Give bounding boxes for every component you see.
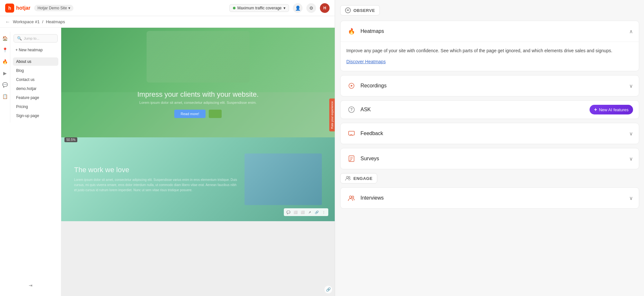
breadcrumb-sep: / — [42, 19, 43, 24]
hero-primary-button[interactable]: Read more! — [174, 110, 206, 118]
new-ai-plus: + — [594, 107, 597, 113]
feedback-chevron: ∨ — [629, 131, 633, 137]
breadcrumb-workspace[interactable]: Workspace #1 — [13, 19, 40, 24]
back-button[interactable]: ← — [5, 19, 10, 25]
toolbar-more-icon[interactable]: ⋮ — [321, 209, 327, 215]
demo-site-badge[interactable]: Hotjar Demo Site ▾ — [34, 5, 73, 11]
interviews-chevron: ∨ — [629, 195, 633, 201]
traffic-label: Maximum traffic coverage — [237, 6, 282, 10]
sidebar-search[interactable]: 🔍 Jump to... — [14, 34, 58, 43]
observe-icon: 👁 — [345, 7, 351, 13]
sidebar-item-signup[interactable]: Sign-up page — [13, 112, 58, 120]
toolbar-arrow-icon[interactable]: ↗ — [307, 209, 312, 215]
toolbar-rect2-icon[interactable]: ⬜ — [300, 209, 305, 215]
traffic-dot — [233, 7, 235, 9]
svg-point-10 — [349, 177, 350, 178]
toolbar-link-icon[interactable]: 🔗 — [314, 209, 320, 215]
ask-label: ASK — [360, 107, 586, 113]
avatar-initials: H — [323, 6, 326, 10]
recordings-title: Recordings — [360, 83, 625, 89]
svg-point-12 — [352, 196, 354, 198]
top-bar-actions: Maximum traffic coverage ▾ 👤 ⚙ H — [229, 3, 330, 13]
hero-title: Impress your clients with your website. — [137, 90, 259, 99]
sidebar-icon-heatmap[interactable]: 🔥 — [1, 57, 9, 66]
sidebar-item-blog[interactable]: Blog — [13, 66, 58, 75]
hero-subtitle: Lorem ipsum dolor sit amet, consectetur … — [137, 101, 259, 104]
sidebar-icon-play[interactable]: ▶ — [1, 69, 9, 77]
toolbar-comment-icon[interactable]: 💬 — [285, 209, 291, 215]
experience-tab[interactable]: Rate your experience — [329, 99, 335, 132]
traffic-coverage[interactable]: Maximum traffic coverage ▾ — [229, 4, 289, 12]
sidebar-icon-collapse[interactable]: ⇥ — [26, 281, 35, 290]
svg-point-11 — [350, 196, 352, 198]
heatmaps-card: 🔥 Heatmaps ∧ Improve any page of your si… — [340, 21, 639, 71]
sidebar-item-pricing[interactable]: Pricing — [13, 103, 58, 111]
svg-point-9 — [346, 176, 348, 178]
hotjar-logo-text: hotjar — [16, 5, 30, 11]
hero-content: Impress your clients with your website. … — [137, 90, 259, 118]
surveys-header[interactable]: Surveys ∨ — [341, 148, 639, 169]
settings-button[interactable]: ⚙ — [306, 3, 316, 13]
heatmaps-title: Heatmaps — [360, 28, 625, 34]
add-user-button[interactable]: 👤 — [293, 3, 303, 13]
preview-area: Impress your clients with your website. … — [61, 28, 335, 296]
sidebar-item-about[interactable]: About us — [13, 57, 58, 66]
feedback-card: Feedback ∨ — [340, 123, 639, 144]
toolbar-rect-icon[interactable]: ⬜ — [293, 209, 298, 215]
interviews-header[interactable]: Interviews ∨ — [341, 188, 639, 208]
hero-buttons: Read more! — [137, 110, 259, 118]
sidebar-nav: About us Blog Contact us demo.hotjar Fea… — [10, 57, 61, 120]
traffic-chevron: ▾ — [284, 6, 285, 10]
surveys-card: Surveys ∨ — [340, 148, 639, 169]
section2-body: Lorem ipsum dolor sit amet, consectetur … — [74, 177, 238, 193]
sidebar-item-demo[interactable]: demo.hotjar — [13, 84, 58, 93]
right-panel: 👁 OBSERVE 🔥 Heatmaps ∧ Improve any page … — [335, 0, 644, 296]
sidebar-icon-location[interactable]: 📍 — [1, 46, 9, 54]
ask-row: ? ASK + New AI features — [340, 100, 639, 119]
demo-site-chevron: ▾ — [68, 6, 70, 10]
section2-text: The work we love Lorem ipsum dolor sit a… — [74, 166, 238, 193]
observe-text: OBSERVE — [353, 8, 375, 13]
main-content: 🏠 📍 🔥 ▶ 💬 📋 🔍 Jump to... + New heatmap — [0, 28, 335, 296]
sidebar-icon-survey[interactable]: 📋 — [1, 92, 9, 101]
hero-secondary-button[interactable] — [209, 110, 222, 118]
percentage-badge: 50.5% — [64, 137, 77, 142]
breadcrumb: ← Workspace #1 / Heatmaps — [0, 16, 335, 28]
section2-toolbar: 💬 ⬜ ⬜ ↗ 🔗 ⋮ — [284, 208, 328, 216]
feedback-title: Feedback — [360, 131, 625, 136]
new-ai-label: New AI features — [599, 107, 629, 112]
avatar[interactable]: H — [320, 3, 330, 13]
feedback-header[interactable]: Feedback ∨ — [341, 123, 639, 144]
new-heatmap-label: + New heatmap — [15, 48, 43, 52]
heatmaps-description: Improve any page of your site with confi… — [346, 42, 633, 54]
top-bar: h hotjar Hotjar Demo Site ▾ Maximum traf… — [0, 0, 335, 16]
interviews-title: Interviews — [360, 195, 625, 201]
breadcrumb-current: Heatmaps — [46, 19, 65, 24]
heatmaps-icon: 🔥 — [346, 26, 357, 36]
new-heatmap-button[interactable]: + New heatmap — [14, 46, 58, 54]
section2: The work we love Lorem ipsum dolor sit a… — [61, 137, 335, 221]
discover-heatmaps-link[interactable]: Discover Heatmaps — [346, 59, 386, 64]
sidebar-icon-home[interactable]: 🏠 — [1, 34, 9, 43]
demo-site-label: Hotjar Demo Site — [37, 6, 67, 10]
surveys-title: Surveys — [360, 156, 625, 162]
search-icon: 🔍 — [17, 36, 22, 41]
new-ai-features-button[interactable]: + New AI features — [590, 105, 633, 114]
svg-marker-1 — [351, 85, 353, 87]
heatmaps-header[interactable]: 🔥 Heatmaps ∧ — [341, 21, 639, 42]
svg-text:?: ? — [350, 107, 352, 112]
interviews-card: Interviews ∨ — [340, 187, 639, 209]
search-placeholder: Jump to... — [24, 36, 39, 40]
hotjar-logo-icon: h — [5, 4, 14, 13]
observe-section-label: 👁 OBSERVE — [340, 5, 380, 15]
sidebar-item-contact[interactable]: Contact us — [13, 75, 58, 84]
ask-icon: ? — [346, 104, 357, 115]
link-icon[interactable]: 🔗 — [324, 286, 332, 293]
surveys-chevron: ∨ — [629, 156, 633, 162]
recordings-icon — [346, 81, 357, 91]
recordings-header[interactable]: Recordings ∨ — [341, 75, 639, 96]
hotjar-logo[interactable]: h hotjar — [5, 4, 30, 13]
heatmaps-chevron: ∧ — [629, 28, 633, 35]
sidebar-icon-feedback[interactable]: 💬 — [1, 81, 9, 89]
sidebar-item-feature[interactable]: Feature page — [13, 94, 58, 102]
